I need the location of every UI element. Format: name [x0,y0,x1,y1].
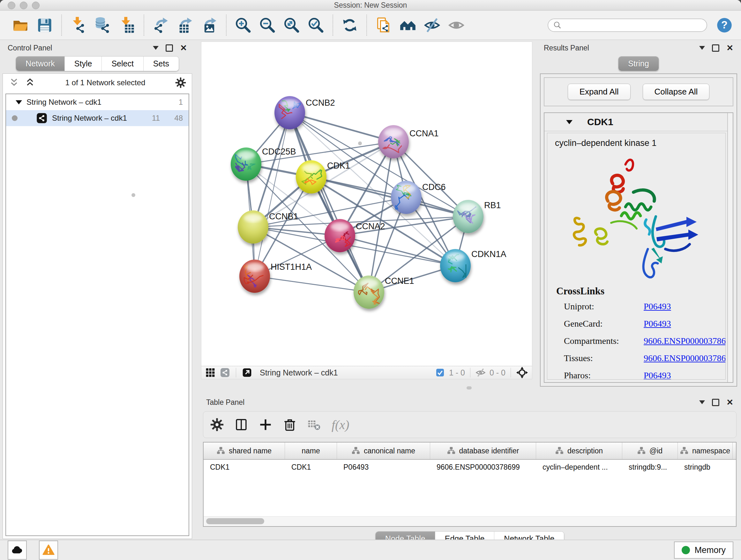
column-header-canonical-name[interactable]: canonical name [337,442,430,459]
results-panel-tab-string[interactable]: String [618,57,658,71]
collapse-all-networks-icon[interactable] [9,77,19,88]
close-window-button[interactable] [8,2,15,9]
show-columns-icon[interactable] [234,418,248,431]
control-panel-tab-network[interactable]: Network [16,57,64,71]
bottom-splitter-handle[interactable] [467,386,472,389]
table-cell-name[interactable]: CDK1 [285,463,337,472]
hidden-eye-icon[interactable] [475,368,486,378]
import-network-from-file-button[interactable] [69,15,88,36]
table-horizontal-scrollbar[interactable] [204,516,736,526]
import-network-from-database-button[interactable] [93,15,112,36]
open-in-browser-icon[interactable] [242,368,252,378]
control-panel-tab-select[interactable]: Select [102,57,143,71]
table-scrollbar-thumb[interactable] [206,518,264,524]
network-canvas[interactable]: CCNB2CCNA1CDC25BCDK1CDC6RB1CCNB1CCNA2CDK… [201,42,532,366]
help-button[interactable] [716,17,733,34]
results-panel-close-icon[interactable]: ✕ [726,44,733,52]
crosslink-label: Pharos: [564,370,644,380]
table-cell-namespace[interactable]: stringdb [678,463,733,472]
results-panel-float-icon[interactable] [712,44,719,52]
column-header-name[interactable]: name [285,442,337,459]
first-neighbors-button[interactable] [398,15,417,36]
open-session-button[interactable] [11,15,30,36]
column-header-label: shared name [229,447,272,455]
selected-checkbox-icon[interactable] [435,368,445,378]
export-network-button[interactable] [151,15,171,36]
toolbar-separator [333,15,333,36]
table-row[interactable]: CDK1CDK1P064939606.ENSP00000378699cyclin… [204,460,736,475]
expand-all-networks-icon[interactable] [24,77,36,88]
memory-button[interactable]: Memory [674,542,733,559]
control-panel-float-icon[interactable] [165,44,173,52]
import-table-from-file-button[interactable] [118,15,137,36]
left-splitter-handle[interactable] [131,193,135,197]
crosslink-link[interactable]: P06493 [644,301,671,312]
column-header-database-identifier[interactable]: database identifier [430,442,536,459]
crosslinks-section: CrossLinks Uniprot:P06493GeneCard:P06493… [547,286,725,380]
results-panel-menu-icon[interactable] [699,46,705,50]
toolbar-separator [366,15,367,36]
table-cell-database-identifier[interactable]: 9606.ENSP00000378699 [430,463,536,472]
results-scrollbar[interactable] [727,113,733,382]
table-cell-description[interactable]: cyclin–dependent ... [536,463,622,472]
table-cell-canonical-name[interactable]: P06493 [337,463,430,472]
column-header-@id[interactable]: @id [622,442,678,459]
table-panel-close-icon[interactable]: ✕ [726,398,733,407]
protein-expander-icon[interactable] [566,120,572,124]
hide-selection-button[interactable] [422,15,442,36]
search-input[interactable] [562,20,702,30]
column-header-shared-name[interactable]: shared name [204,442,285,459]
export-table-button[interactable] [176,15,195,36]
network-node-CDC25B[interactable]: CDC25B [231,147,296,181]
table-panel-menu-icon[interactable] [699,400,705,404]
fit-selected-crosshair-icon[interactable] [516,367,528,379]
crosslink-link[interactable]: 9606.ENSP00000378699 [644,336,726,346]
zoom-selected-button[interactable] [307,15,326,36]
table-cell-@id[interactable]: stringdb:9... [622,463,678,472]
column-header-namespace[interactable]: namespace [678,442,733,459]
control-panel-tab-style[interactable]: Style [64,57,102,71]
network-node-CDKN1A[interactable]: CDKN1A [440,249,507,282]
zoom-out-button[interactable] [258,15,277,36]
collapse-all-button[interactable]: Collapse All [643,84,710,100]
add-column-icon[interactable] [259,418,272,431]
network-node-CCNA1[interactable]: CCNA1 [378,125,439,159]
warnings-button[interactable] [39,541,58,560]
string-badge-icon[interactable] [220,368,230,378]
save-session-button[interactable] [35,15,54,36]
birdseye-grid-icon[interactable] [205,368,215,378]
network-panel-gear-icon[interactable] [175,77,186,88]
minimize-window-button[interactable] [20,2,27,9]
control-panel-tab-sets[interactable]: Sets [143,57,179,71]
search-box[interactable] [548,18,707,32]
cloud-status-button[interactable] [8,541,27,560]
collection-expander-icon[interactable] [16,100,22,105]
control-panel-close-icon[interactable]: ✕ [180,44,187,52]
network-edge-HIST1H1A-CCNE1[interactable] [255,276,369,292]
right-splitter-handle[interactable] [358,141,362,145]
maximize-window-button[interactable] [32,2,40,9]
network-edge-CCNB2-HIST1H1A[interactable] [255,113,290,276]
network-node-CCNB2[interactable]: CCNB2 [274,96,335,129]
table-panel-float-icon[interactable] [712,399,719,406]
network-collection-row[interactable]: String Network – cdk1 1 [6,94,189,110]
show-all-button[interactable] [447,15,466,36]
protein-section-header[interactable]: CDK1 [544,113,733,131]
new-network-from-selection-button[interactable] [374,15,393,36]
table-cell-shared-name[interactable]: CDK1 [204,463,285,472]
delete-column-icon[interactable] [283,418,296,431]
crosslink-link[interactable]: 9606.ENSP00000378699 [644,353,726,363]
crosslink-link[interactable]: P06493 [644,319,671,329]
export-image-button[interactable] [200,15,219,36]
zoom-fit-content-button[interactable] [282,15,301,36]
network-node-RB1[interactable]: RB1 [453,200,501,233]
network-row[interactable]: String Network – cdk1 11 48 [6,110,189,126]
column-header-description[interactable]: description [536,442,622,459]
network-node-HIST1H1A[interactable]: HIST1H1A [239,260,312,293]
crosslink-link[interactable]: P06493 [644,370,671,380]
expand-all-button[interactable]: Expand All [568,84,630,100]
control-panel-menu-icon[interactable] [153,46,158,50]
table-options-gear-icon[interactable] [210,418,224,431]
apply-preferred-layout-button[interactable] [340,15,359,36]
zoom-in-button[interactable] [233,15,253,36]
